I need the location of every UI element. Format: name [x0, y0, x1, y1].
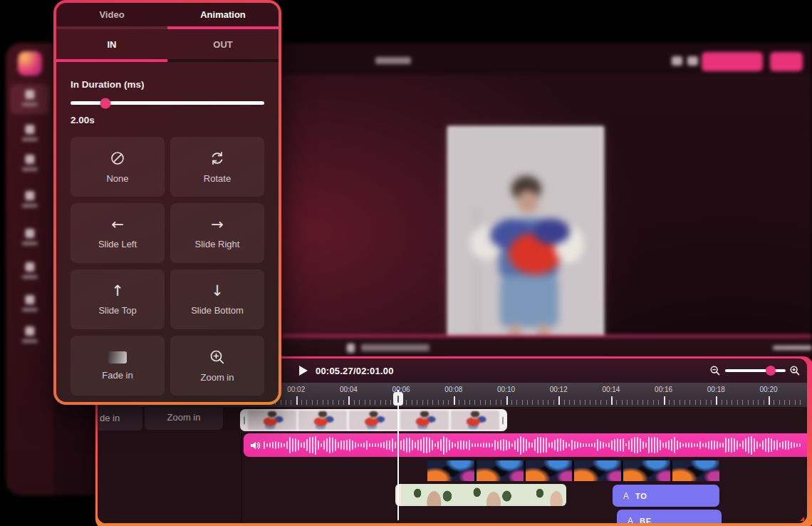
video-clip-person[interactable]: [240, 409, 507, 431]
background-zoom-in-label: Zoom in: [167, 412, 201, 423]
option-slide-top[interactable]: ↑ Slide Top: [71, 269, 165, 329]
video-clip-palm[interactable]: [395, 484, 566, 506]
animation-options-grid: None Rotate ← Slide Left: [71, 137, 264, 396]
timecode-blurred: [361, 344, 430, 351]
background-fade-in-button[interactable]: de in: [98, 406, 142, 430]
clip-thumbnails: [401, 484, 566, 506]
option-none[interactable]: None: [71, 137, 165, 197]
ruler-label: 00:14: [602, 386, 620, 393]
screenshot-canvas: de in Zoom in 00:05.27/02:01.00: [0, 0, 812, 526]
project-title-blurred: [375, 57, 411, 64]
sidebar-item[interactable]: [10, 185, 49, 215]
ruler-label: 00:20: [759, 386, 777, 393]
clip-trim-handle-left[interactable]: [241, 411, 247, 430]
speaker-icon: [249, 440, 261, 451]
timeline-zoom-thumb[interactable]: [766, 366, 776, 376]
sidebar: [6, 43, 53, 495]
zoom-out-icon[interactable]: [710, 366, 720, 376]
nav-icon: [25, 326, 34, 336]
sidebar-item[interactable]: [10, 149, 49, 179]
option-slide-bottom[interactable]: ↓ Slide Bottom: [170, 269, 264, 329]
subtab-out[interactable]: OUT: [167, 29, 279, 59]
arrow-right-icon: →: [211, 217, 224, 232]
export-button-blurred[interactable]: [770, 52, 803, 71]
app-logo: [18, 51, 42, 76]
sidebar-item[interactable]: [10, 321, 49, 351]
text-tool-icon: A: [628, 516, 633, 524]
ruler-label: 00:10: [497, 386, 515, 393]
arrow-down-icon: ↓: [211, 283, 224, 299]
option-slide-right[interactable]: → Slide Right: [170, 203, 264, 263]
clip-trim-handle-right[interactable]: [500, 411, 506, 430]
sidebar-item[interactable]: [10, 289, 49, 319]
nav-icon: [25, 229, 34, 238]
option-fade-in[interactable]: Fade in: [71, 336, 165, 396]
video-preview-frame: [447, 126, 604, 371]
resize-corner-icon: [800, 517, 804, 521]
redo-icon[interactable]: [687, 56, 698, 66]
video-clip-smoke[interactable]: [427, 460, 719, 481]
sidebar-item[interactable]: [10, 119, 49, 149]
none-icon: [109, 150, 126, 167]
popup-tab-bar: Video Animation: [56, 3, 279, 26]
playhead-line[interactable]: [397, 390, 399, 520]
tab-animation[interactable]: Animation: [167, 3, 279, 26]
nav-icon: [25, 191, 34, 200]
sidebar-item[interactable]: [10, 257, 49, 287]
text-clip-label: BE: [640, 517, 652, 524]
popup-subtab-bar: IN OUT: [56, 29, 279, 59]
ruler-label: 00:02: [287, 386, 305, 393]
background-fade-in-label: de in: [100, 413, 120, 423]
option-rotate[interactable]: Rotate: [170, 137, 264, 197]
zoom-in-icon[interactable]: [790, 366, 800, 376]
audio-track[interactable]: [244, 433, 807, 457]
play-icon-blurred: [347, 344, 355, 353]
ruler-label: 00:08: [444, 386, 462, 393]
text-tool-icon: A: [623, 491, 629, 501]
rotate-icon: [209, 150, 226, 167]
timeline-zoom-slider[interactable]: [725, 369, 786, 372]
nav-icon: [25, 90, 34, 99]
fade-icon: [108, 351, 127, 363]
sidebar-item-selected[interactable]: [10, 84, 49, 114]
play-button[interactable]: [298, 365, 308, 376]
arrow-left-icon: ←: [111, 217, 124, 232]
duration-slider-thumb[interactable]: [100, 98, 110, 108]
zoom-slider-blurred: [773, 346, 812, 350]
text-clip-to[interactable]: A TO: [613, 485, 719, 507]
tab-video[interactable]: Video: [56, 3, 167, 26]
magnifier-plus-icon: [209, 349, 226, 366]
ruler-label: 00:16: [655, 386, 672, 393]
background-zoom-in-button[interactable]: Zoom in: [145, 406, 223, 430]
save-draft-button-blurred[interactable]: [702, 52, 763, 71]
nav-icon: [25, 155, 34, 164]
duration-label: In Duration (ms): [71, 79, 264, 90]
duration-value: 2.00s: [71, 115, 264, 125]
nav-icon: [25, 262, 34, 272]
option-zoom-in[interactable]: Zoom in: [170, 336, 264, 396]
nav-icon: [25, 295, 34, 304]
text-clip-be[interactable]: A BE: [617, 510, 722, 523]
ruler-label: 00:12: [550, 386, 568, 393]
background-timeline-header: [281, 337, 812, 359]
playhead-handle[interactable]: [393, 392, 403, 406]
undo-icon[interactable]: [672, 56, 682, 66]
ruler-label: 00:18: [707, 386, 725, 393]
text-clip-label: TO: [635, 492, 647, 500]
ruler-label: 00:04: [340, 386, 358, 393]
duration-slider[interactable]: [71, 101, 264, 105]
video-preview-image: [449, 128, 603, 369]
audio-waveform: [264, 433, 803, 457]
subtab-in[interactable]: IN: [56, 29, 167, 59]
sidebar-item[interactable]: [10, 223, 49, 253]
subtab-underline: [56, 59, 279, 62]
arrow-up-icon: ↑: [111, 283, 124, 299]
clip-thumbnails: [248, 411, 499, 430]
option-slide-left[interactable]: ← Slide Left: [71, 203, 165, 263]
animation-popup: Video Animation IN OUT In Duration (ms) …: [53, 0, 281, 405]
nav-icon: [25, 125, 34, 134]
playback-timecode: 00:05.27/02:01.00: [316, 366, 394, 376]
